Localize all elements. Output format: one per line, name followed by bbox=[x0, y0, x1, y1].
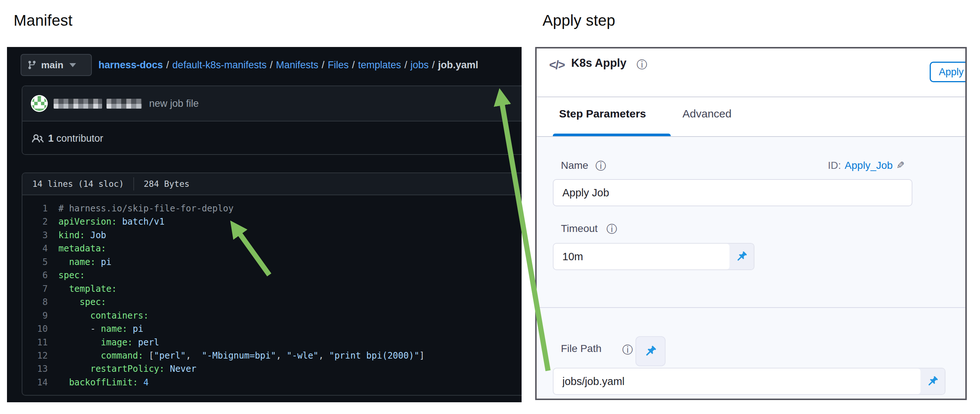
code-text: kind: Job bbox=[59, 230, 106, 240]
code-text: image: perl bbox=[59, 337, 159, 347]
branch-selector-button[interactable]: main bbox=[21, 54, 92, 76]
apply-button[interactable]: Apply bbox=[930, 62, 967, 82]
file-path-input[interactable] bbox=[554, 368, 921, 394]
name-input[interactable] bbox=[553, 179, 912, 206]
chevron-down-icon bbox=[69, 63, 76, 67]
code-text: spec: bbox=[59, 297, 106, 307]
line-number[interactable]: 8 bbox=[22, 295, 48, 309]
git-branch-icon bbox=[27, 59, 37, 70]
line-number[interactable]: 14 bbox=[22, 376, 48, 389]
tab-advanced[interactable]: Advanced bbox=[682, 108, 731, 120]
code-text: restartPolicy: Never bbox=[59, 364, 197, 374]
code-line: 6spec: bbox=[22, 269, 522, 282]
contributors-row[interactable]: 1 contributor bbox=[22, 121, 522, 155]
breadcrumb-current-file: job.yaml bbox=[438, 59, 478, 71]
timeout-label: Timeout bbox=[561, 223, 598, 235]
breadcrumb: harness-docs/default-k8s-manifests/Manif… bbox=[99, 47, 478, 83]
manifest-title: Manifest bbox=[14, 12, 72, 29]
code-text: backoffLimit: 4 bbox=[59, 377, 149, 387]
code-text: command: ["perl", "-Mbignum=bpi", "-wle"… bbox=[59, 351, 425, 361]
breadcrumb-separator: / bbox=[429, 59, 438, 71]
name-label: Name bbox=[561, 160, 589, 171]
divider bbox=[133, 177, 134, 190]
breadcrumb-separator: / bbox=[401, 59, 410, 71]
line-number[interactable]: 9 bbox=[22, 309, 48, 322]
apply-step-title: Apply step bbox=[542, 12, 615, 29]
code-text: # harness.io/skip-file-for-deploy bbox=[59, 203, 234, 214]
breadcrumb-link[interactable]: default-k8s-manifests bbox=[172, 59, 267, 71]
code-line: 12 command: ["perl", "-Mbignum=bpi", "-w… bbox=[22, 349, 522, 362]
breadcrumb-separator: / bbox=[163, 59, 173, 71]
line-number[interactable]: 7 bbox=[22, 282, 48, 295]
info-icon[interactable]: ⓘ bbox=[606, 222, 617, 237]
breadcrumb-separator: / bbox=[348, 59, 358, 71]
code-line: 10 - name: pi bbox=[22, 322, 522, 335]
file-path-label: File Path bbox=[561, 343, 602, 355]
breadcrumb-link[interactable]: templates bbox=[358, 59, 401, 71]
step-id-link[interactable]: Apply_Job bbox=[845, 160, 893, 171]
step-parameters-form: Name ⓘ ID: Apply_Job ✎ Timeout ⓘ bbox=[537, 136, 965, 398]
people-icon bbox=[32, 133, 44, 144]
k8s-apply-step-panel: </> K8s Apply ⓘ Apply Step Parameters Ad… bbox=[535, 47, 967, 400]
info-icon[interactable]: ⓘ bbox=[595, 159, 606, 174]
code-line: 7 template: bbox=[22, 282, 522, 295]
commit-box: new job file 1 contributor bbox=[22, 86, 522, 155]
code-text: apiVersion: batch/v1 bbox=[59, 217, 165, 227]
line-number[interactable]: 2 bbox=[22, 215, 48, 228]
line-number[interactable]: 10 bbox=[22, 322, 48, 335]
info-icon[interactable]: ⓘ bbox=[622, 343, 633, 357]
code-text: spec: bbox=[59, 270, 85, 281]
file-path-field bbox=[553, 368, 945, 395]
info-icon[interactable]: ⓘ bbox=[636, 58, 647, 72]
breadcrumb-link[interactable]: jobs bbox=[410, 59, 429, 71]
code-text: containers: bbox=[59, 311, 149, 321]
screenshot-canvas: Manifest Apply step main harness-docs/de… bbox=[0, 0, 980, 414]
code-icon: </> bbox=[549, 58, 565, 72]
timeout-input[interactable] bbox=[554, 244, 730, 270]
timeout-pin-button[interactable] bbox=[730, 244, 754, 270]
redacted-username-block bbox=[107, 99, 142, 109]
tab-step-parameters[interactable]: Step Parameters bbox=[559, 108, 646, 120]
line-number[interactable]: 4 bbox=[22, 242, 48, 255]
line-count: 14 lines (14 sloc) bbox=[32, 179, 124, 189]
code-line: 5 name: pi bbox=[22, 255, 522, 269]
divider bbox=[537, 307, 965, 308]
line-number[interactable]: 1 bbox=[22, 202, 48, 215]
step-header: </> K8s Apply ⓘ Apply bbox=[537, 48, 965, 97]
github-file-panel: main harness-docs/default-k8s-manifests/… bbox=[7, 47, 522, 402]
code-viewer: 1# harness.io/skip-file-for-deploy2apiVe… bbox=[22, 195, 522, 389]
step-tabs: Step Parameters Advanced bbox=[537, 97, 965, 136]
line-number[interactable]: 3 bbox=[22, 228, 48, 242]
pushpin-icon bbox=[644, 344, 657, 358]
code-line: 11 image: perl bbox=[22, 336, 522, 349]
line-number[interactable]: 12 bbox=[22, 349, 48, 362]
branch-name-label: main bbox=[41, 59, 64, 71]
redacted-username-block bbox=[54, 99, 102, 109]
code-text: template: bbox=[59, 284, 117, 294]
breadcrumb-separator: / bbox=[318, 59, 328, 71]
latest-commit-row: new job file bbox=[22, 86, 522, 121]
edit-pencil-icon[interactable]: ✎ bbox=[896, 160, 905, 171]
breadcrumb-link[interactable]: Manifests bbox=[276, 59, 318, 71]
code-text: name: pi bbox=[59, 257, 112, 267]
breadcrumb-link[interactable]: Files bbox=[328, 59, 348, 71]
code-text: metadata: bbox=[59, 243, 106, 254]
breadcrumb-repo-link[interactable]: harness-docs bbox=[99, 59, 163, 71]
file-content-box: 14 lines (14 sloc) 284 Bytes 1# harness.… bbox=[22, 173, 522, 396]
file-path-pin-addon-button[interactable] bbox=[921, 368, 945, 394]
commit-message[interactable]: new job file bbox=[149, 98, 199, 109]
code-line: 3kind: Job bbox=[22, 228, 522, 242]
breadcrumb-separator: / bbox=[267, 59, 276, 71]
step-title: K8s Apply bbox=[571, 57, 626, 70]
pushpin-icon bbox=[735, 250, 748, 263]
pushpin-icon bbox=[926, 375, 939, 388]
line-number[interactable]: 6 bbox=[22, 269, 48, 282]
code-line: 4metadata: bbox=[22, 242, 522, 255]
avatar bbox=[31, 95, 48, 112]
line-number[interactable]: 13 bbox=[22, 362, 48, 376]
code-line: 9 containers: bbox=[22, 309, 522, 322]
line-number[interactable]: 11 bbox=[22, 336, 48, 349]
file-stats-bar: 14 lines (14 sloc) 284 Bytes bbox=[22, 173, 522, 195]
line-number[interactable]: 5 bbox=[22, 255, 48, 269]
file-path-pin-button[interactable] bbox=[635, 336, 666, 366]
